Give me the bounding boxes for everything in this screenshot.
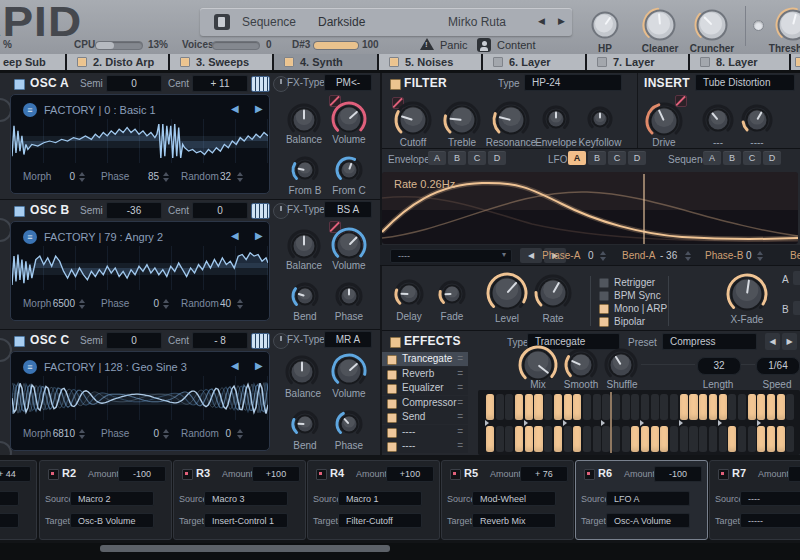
effects-list-item-trancegate[interactable]: Trancegate= (382, 352, 468, 366)
osc-a-bank-icon[interactable]: ≡ (23, 103, 37, 117)
step-cell[interactable] (748, 394, 756, 420)
r7-target-select[interactable]: ----- (740, 513, 800, 528)
osc-b-enable-led[interactable] (14, 206, 25, 217)
panic-button[interactable]: Panic (440, 39, 468, 51)
mod-slot-r3[interactable]: R3 Amount +100 Source Macro 3 Target Ins… (173, 460, 306, 540)
slot-record-led[interactable] (450, 469, 461, 480)
mono-arp-checkbox[interactable] (599, 304, 609, 314)
step-cell[interactable] (699, 394, 707, 420)
step-row-bottom[interactable] (486, 426, 796, 452)
osc-b-waveform[interactable] (12, 246, 268, 290)
drag-handle-icon[interactable]: = (457, 382, 463, 393)
lfo-b-button[interactable]: B (588, 151, 606, 165)
osc-c-bend-knob[interactable] (290, 409, 320, 443)
step-cell[interactable] (486, 394, 494, 420)
r2-target-select[interactable]: Osc-B Volume (70, 513, 154, 528)
r3-amount-value[interactable]: +100 (252, 466, 300, 482)
drag-handle-icon[interactable]: = (457, 426, 463, 437)
step-cell[interactable] (699, 426, 707, 452)
osc-b-bend-knob[interactable] (290, 281, 320, 315)
effects-list-item-equalizer[interactable]: Equalizer= (382, 381, 468, 395)
slot-record-led[interactable] (182, 469, 193, 480)
osc-b-prev-icon[interactable]: ◀ (231, 230, 239, 241)
osc-c-morph-value[interactable]: 6810 (47, 428, 75, 439)
drag-handle-icon[interactable]: = (457, 397, 463, 408)
stepper-icon[interactable] (237, 299, 244, 309)
osc-b-random-value[interactable]: 40 (209, 298, 231, 309)
step-cell[interactable] (564, 426, 572, 452)
step-cell[interactable] (670, 426, 678, 452)
osc-b-phase-value[interactable]: 0 (129, 298, 159, 309)
osc-b-semi-value[interactable]: -36 (106, 202, 162, 219)
step-cell[interactable] (757, 426, 765, 452)
step-cell[interactable] (651, 426, 659, 452)
threshold-knob[interactable] (774, 6, 800, 48)
lfo-prev-button[interactable]: ◀ (520, 248, 542, 263)
tab-disto-arp[interactable]: 2. Disto Arp (67, 54, 168, 70)
preset-display[interactable]: Sequence Darkside Mirko Ruta ◀ ▶ (200, 8, 572, 36)
step-cell[interactable] (738, 426, 746, 452)
effect-checkbox[interactable] (387, 355, 397, 365)
tab-partial[interactable] (791, 54, 800, 70)
step-cell[interactable] (534, 426, 542, 452)
osc-c-phase-knob[interactable] (334, 409, 364, 443)
r2-source-select[interactable]: Macro 2 (70, 491, 154, 506)
osc-b-wave-display[interactable]: ≡ FACTORY | 79 : Angry 2 ◀ ▶ Morph 6500 … (10, 221, 270, 321)
r4-source-select[interactable]: Macro 1 (338, 491, 422, 506)
stepper-icon[interactable] (163, 429, 170, 439)
cruncher-knob[interactable] (693, 6, 731, 48)
step-cell[interactable] (505, 426, 513, 452)
filter-keyfollow-knob[interactable] (586, 105, 614, 137)
stepper-icon[interactable] (79, 172, 86, 182)
tab-layer-7[interactable]: 7. Layer (587, 54, 688, 70)
osc-a-from-c-knob[interactable] (334, 155, 364, 189)
tab-noises[interactable]: 5. Noises (379, 54, 481, 70)
r6-source-select[interactable]: LFO A (606, 491, 690, 506)
step-cell[interactable] (612, 426, 620, 452)
step-cell[interactable] (709, 394, 717, 420)
scrollbar-thumb[interactable] (100, 545, 390, 552)
stepper-icon[interactable] (685, 251, 692, 261)
step-cell[interactable] (651, 394, 659, 420)
lfo-level-knob[interactable] (485, 271, 529, 319)
tab-layer-6[interactable]: 6. Layer (483, 54, 585, 70)
osc-b-keyboard-icon[interactable] (251, 203, 270, 219)
stepper-icon[interactable] (79, 299, 86, 309)
step-cell[interactable] (573, 394, 581, 420)
step-cell[interactable] (554, 394, 562, 420)
xfade-a-button[interactable] (793, 271, 800, 285)
preset-prev-icon[interactable]: ◀ (538, 16, 545, 26)
envelope-b-button[interactable]: B (448, 151, 466, 165)
lfo-delay-knob[interactable] (393, 278, 425, 314)
step-cell[interactable] (593, 426, 601, 452)
step-cell[interactable] (689, 426, 697, 452)
trancegate-length-value[interactable]: 32 (697, 357, 741, 375)
lfo-d-button[interactable]: D (628, 151, 646, 165)
effects-list-item-empty[interactable]: ----= (382, 425, 468, 439)
effect-checkbox[interactable] (387, 428, 397, 438)
step-cell[interactable] (544, 426, 552, 452)
trancegate-speed-value[interactable]: 1/64 (756, 357, 800, 375)
bpm-sync-checkbox[interactable] (599, 291, 609, 301)
step-cell[interactable] (622, 394, 630, 420)
step-cell[interactable] (573, 426, 581, 452)
step-cell[interactable] (786, 394, 794, 420)
osc-c-fx-type[interactable]: MR A (324, 331, 372, 348)
step-cell[interactable] (525, 394, 533, 420)
tab-layer-8[interactable]: 8. Layer (690, 54, 789, 70)
osc-a-prev-icon[interactable]: ◀ (231, 103, 239, 114)
stepper-icon[interactable] (237, 429, 244, 439)
step-cell[interactable] (505, 394, 513, 420)
content-button[interactable]: Content (497, 39, 536, 51)
step-cell[interactable] (534, 394, 542, 420)
osc-c-phase-value[interactable]: 0 (129, 428, 159, 439)
osc-b-bank-icon[interactable]: ≡ (23, 230, 37, 244)
step-cell[interactable] (728, 426, 736, 452)
phase-b-value[interactable]: 0 (746, 250, 752, 261)
r2-amount-value[interactable]: -100 (118, 466, 166, 482)
step-cell[interactable] (786, 426, 794, 452)
tab-led-icon[interactable] (597, 57, 607, 67)
osc-c-waveform[interactable] (12, 376, 268, 420)
effect-checkbox[interactable] (387, 442, 397, 452)
lfo-mode-select[interactable]: ---- (390, 249, 512, 263)
